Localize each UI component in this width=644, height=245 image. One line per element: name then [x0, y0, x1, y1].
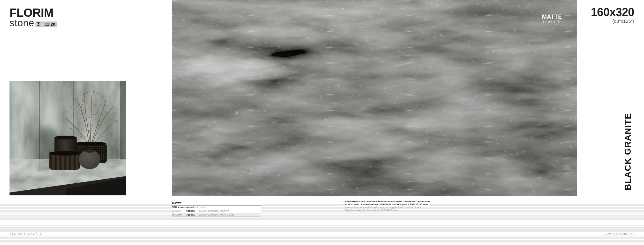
note-italian-line2: non stuoiato e con dimensioni di fabbric… [345, 203, 429, 206]
spec-table: MATTE STU = con stuoia / with mesh sp 6m… [172, 200, 261, 217]
table-row: sp 6mm 780363 BLACK GRANITE MATTE* [172, 209, 261, 213]
name-cell: BLACK GRANITE MATTE* [199, 209, 261, 213]
room-photo [9, 81, 126, 195]
slab-image: MATTE LEATHER [172, 0, 577, 196]
thickness-badge: 6 12 20 [35, 21, 57, 27]
note-asterisk: * [342, 200, 343, 203]
footer-page-right: FLORIM STONE / 77 [603, 232, 634, 235]
thickness-cell: sp 12mm [172, 213, 186, 217]
brand-logo: FLORIM stone 6 12 20 [9, 7, 57, 28]
size-block: 160x320 (63”x126”) [591, 6, 634, 24]
catalog-spread: FLORIM stone 6 12 20 [0, 0, 644, 245]
thickness-cell: sp 6mm [172, 209, 186, 213]
finish-sublabel: LEATHER [542, 20, 562, 24]
badge-number-20: 20 [51, 21, 55, 27]
footer-page-left: FLORIM STONE / 76 [10, 232, 42, 235]
stone-wordmark: stone [9, 18, 34, 28]
name-cell: BLACK GRANITE MATTE STU [199, 213, 261, 217]
note-english-line1: 6 mm slabs are rectified and cannot be s… [345, 206, 444, 209]
hourglass-icon [37, 22, 40, 26]
badge-number-12: 12 [45, 21, 49, 27]
red-asterisk: * [228, 210, 229, 212]
spec-table-legend: STU = con stuoia / with mesh [172, 205, 261, 209]
code-cell: 780363 [186, 209, 199, 213]
note-italian-line1: Il materiale con spessore 6 mm rettifica… [345, 200, 431, 203]
table-row: sp 12mm 780441 BLACK GRANITE MATTE STU [172, 213, 261, 217]
legend-regular: with mesh [194, 206, 206, 209]
note-block: * Il materiale con spessore 6 mm rettifi… [342, 200, 444, 211]
product-name-vertical: BLACK GRANITE [622, 109, 634, 195]
legend-bold: STU = con stuoia / [172, 206, 194, 209]
finish-label: MATTE [542, 14, 562, 20]
badge-number-6: 6 [41, 21, 43, 27]
size-imperial: (63”x126”) [591, 18, 634, 24]
note-english-line2: Manufacturing size is equal to 1597x3197… [345, 209, 444, 211]
size-metric: 160x320 [591, 6, 634, 18]
spec-table-header: MATTE [172, 200, 261, 205]
code-cell: 780441 [186, 213, 199, 217]
finish-label-group: MATTE LEATHER [542, 14, 562, 24]
